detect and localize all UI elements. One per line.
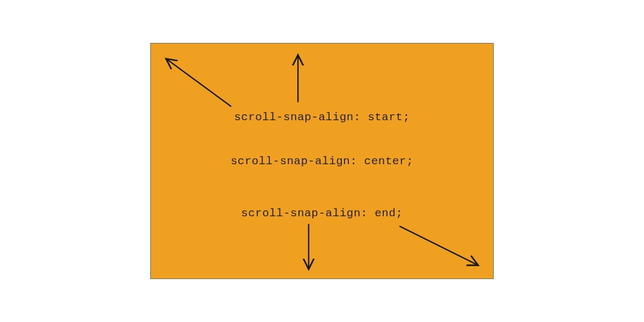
label-end: scroll-snap-align: end;	[241, 207, 402, 219]
label-start: scroll-snap-align: start;	[234, 111, 410, 123]
arrow-bottom-right-icon	[399, 226, 477, 265]
label-center: scroll-snap-align: center;	[231, 155, 414, 167]
arrow-top-left-icon	[167, 60, 231, 107]
scroll-snap-align-diagram: scroll-snap-align: start; scroll-snap-al…	[150, 43, 494, 279]
